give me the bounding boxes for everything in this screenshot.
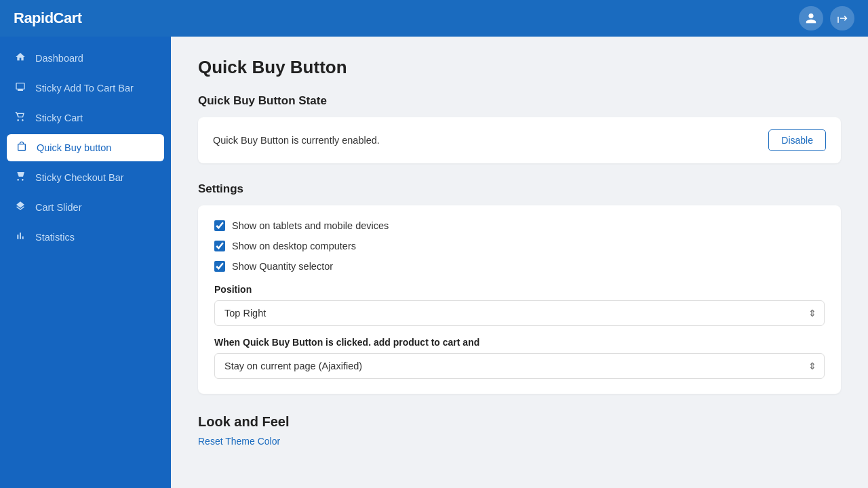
cart-icon bbox=[14, 111, 27, 125]
layers-icon bbox=[14, 201, 27, 214]
sidebar-item-label: Dashboard bbox=[35, 53, 83, 64]
checkout-icon bbox=[14, 171, 27, 184]
look-feel-title: Look and Feel bbox=[198, 414, 841, 430]
checkbox-quantity-label: Show Quantity selector bbox=[232, 261, 333, 272]
user-icon-button[interactable] bbox=[799, 6, 823, 30]
sidebar-item-statistics[interactable]: Statistics bbox=[0, 222, 171, 252]
state-section-title: Quick Buy Button State bbox=[198, 94, 841, 108]
look-feel-section: Look and Feel Reset Theme Color bbox=[198, 414, 841, 447]
checkbox-tablets-mobile-label: Show on tablets and mobile devices bbox=[232, 220, 389, 231]
sidebar-item-label: Quick Buy button bbox=[37, 142, 111, 153]
checkbox-tablets-mobile: Show on tablets and mobile devices bbox=[214, 220, 825, 231]
settings-card: Show on tablets and mobile devices Show … bbox=[198, 205, 841, 394]
layout: Dashboard Sticky Add To Cart Bar Sticky … bbox=[0, 37, 868, 488]
checkbox-desktop-label: Show on desktop computers bbox=[232, 241, 356, 251]
state-status-text: Quick Buy Button is currently enabled. bbox=[213, 135, 380, 146]
checkbox-tablets-mobile-input[interactable] bbox=[214, 220, 225, 231]
header-actions bbox=[799, 6, 854, 30]
checkbox-desktop: Show on desktop computers bbox=[214, 241, 825, 251]
sidebar-item-cart-slider[interactable]: Cart Slider bbox=[0, 192, 171, 222]
disable-button[interactable]: Disable bbox=[768, 129, 826, 151]
sidebar: Dashboard Sticky Add To Cart Bar Sticky … bbox=[0, 37, 171, 488]
page-title: Quick Buy Button bbox=[198, 57, 841, 78]
stats-icon bbox=[14, 230, 27, 244]
checkbox-quantity: Show Quantity selector bbox=[214, 261, 825, 272]
position-select[interactable]: Top Right Top Left Bottom Right Bottom L… bbox=[214, 300, 825, 326]
checkbox-quantity-input[interactable] bbox=[214, 261, 225, 272]
position-label: Position bbox=[214, 284, 825, 295]
sidebar-item-label: Cart Slider bbox=[35, 202, 82, 213]
position-select-wrapper: Top Right Top Left Bottom Right Bottom L… bbox=[214, 300, 825, 326]
sidebar-item-sticky-checkout-bar[interactable]: Sticky Checkout Bar bbox=[0, 163, 171, 192]
sidebar-item-sticky-add-to-cart-bar[interactable]: Sticky Add To Cart Bar bbox=[0, 73, 171, 103]
sidebar-item-label: Sticky Checkout Bar bbox=[35, 172, 124, 183]
action-select-wrapper: Stay on current page (Ajaxified) Go to c… bbox=[214, 353, 825, 379]
home-icon bbox=[14, 52, 27, 65]
bag-icon bbox=[15, 141, 28, 155]
sidebar-item-label: Statistics bbox=[35, 232, 75, 243]
logout-icon-button[interactable] bbox=[830, 6, 854, 30]
look-feel-subtitle[interactable]: Reset Theme Color bbox=[198, 436, 280, 447]
action-select[interactable]: Stay on current page (Ajaxified) Go to c… bbox=[214, 353, 825, 379]
sidebar-item-sticky-cart[interactable]: Sticky Cart bbox=[0, 103, 171, 133]
state-card: Quick Buy Button is currently enabled. D… bbox=[198, 117, 841, 163]
settings-section-title: Settings bbox=[198, 182, 841, 196]
sidebar-item-quick-buy-button[interactable]: Quick Buy button bbox=[7, 134, 164, 161]
sidebar-item-label: Sticky Add To Cart Bar bbox=[35, 83, 134, 94]
checkbox-desktop-input[interactable] bbox=[214, 241, 225, 251]
header: RapidCart bbox=[0, 0, 868, 37]
monitor-icon bbox=[14, 81, 27, 95]
sidebar-item-dashboard[interactable]: Dashboard bbox=[0, 43, 171, 73]
when-label: When Quick Buy Button is clicked. add pr… bbox=[214, 337, 825, 348]
main-content: Quick Buy Button Quick Buy Button State … bbox=[171, 37, 868, 488]
sidebar-item-label: Sticky Cart bbox=[35, 113, 83, 123]
logo: RapidCart bbox=[14, 9, 82, 27]
